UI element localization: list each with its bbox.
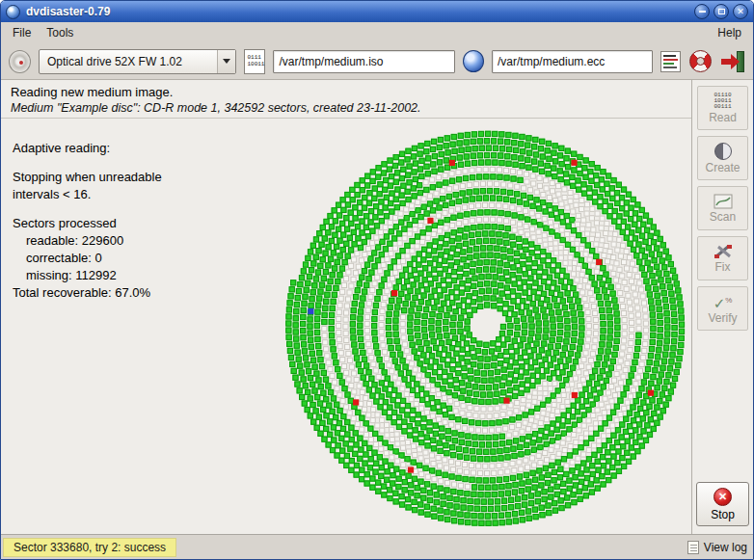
left-column: Reading new medium image. Medium "Exampl…: [1, 80, 692, 534]
toolbar-right-icons: [660, 50, 745, 72]
read-button-label: Read: [709, 111, 737, 124]
titlebar[interactable]: dvdisaster-0.79 ✕: [1, 1, 753, 22]
verify-check-icon: ✓%: [714, 293, 733, 310]
view-log-label: View log: [704, 541, 747, 554]
disc-spiral-visualization: [283, 122, 691, 531]
window-controls: ✕: [694, 4, 748, 19]
create-button[interactable]: Create: [697, 136, 748, 180]
stat-stopping-line1: Stopping when unreadable: [13, 169, 162, 186]
app-icon: [6, 5, 20, 19]
view-log-button[interactable]: View log: [687, 541, 747, 554]
status-line-secondary: Medium "Example disc": CD-R mode 1, 3425…: [11, 100, 682, 116]
stop-x-icon: ✕: [714, 488, 732, 506]
minimize-icon: [699, 11, 706, 13]
close-icon: ✕: [737, 8, 744, 16]
status-message: Sector 333680, try 2: success: [3, 538, 176, 557]
window-title: dvdisaster-0.79: [26, 5, 110, 18]
menubar: File Tools Help: [1, 22, 753, 43]
scan-chart-icon: [714, 194, 733, 209]
status-header: Reading new medium image. Medium "Exampl…: [1, 80, 691, 119]
fix-button[interactable]: Fix: [697, 236, 748, 280]
log-file-icon: [687, 541, 699, 554]
read-binary-icon: 01110 10011 00111: [714, 93, 731, 110]
app-window: dvdisaster-0.79 ✕ File Tools Help Optica…: [0, 0, 754, 560]
quit-icon[interactable]: [720, 51, 745, 72]
iso-path-input[interactable]: [273, 50, 455, 73]
content-row: Reading new medium image. Medium "Exampl…: [1, 80, 753, 534]
menu-file[interactable]: File: [5, 24, 39, 41]
scan-button-label: Scan: [710, 210, 736, 224]
preferences-icon[interactable]: [660, 51, 681, 72]
verify-button-label: Verify: [708, 311, 737, 325]
help-lifebelt-icon[interactable]: [689, 50, 712, 72]
minimize-button[interactable]: [694, 4, 710, 19]
drive-icon: [9, 50, 31, 73]
status-line-primary: Reading new medium image.: [11, 84, 682, 100]
dropdown-arrow[interactable]: [217, 50, 235, 73]
ecc-path-input[interactable]: [492, 50, 653, 73]
stat-missing: missing: 112992: [13, 267, 162, 284]
statusbar: Sector 333680, try 2: success View log: [1, 534, 753, 559]
menu-tools[interactable]: Tools: [39, 24, 81, 41]
maximize-icon: [718, 9, 725, 14]
maximize-button[interactable]: [714, 4, 729, 19]
scan-button[interactable]: Scan: [697, 186, 748, 230]
main-area: Adaptive reading: Stopping when unreadab…: [1, 119, 691, 534]
menu-help[interactable]: Help: [710, 24, 749, 41]
stop-button-label: Stop: [711, 508, 735, 521]
fix-button-label: Fix: [715, 260, 731, 274]
stat-readable: readable: 229600: [13, 232, 162, 250]
reading-stats: Adaptive reading: Stopping when unreadab…: [13, 140, 162, 302]
create-button-label: Create: [705, 161, 740, 174]
stat-correctable: correctable: 0: [13, 250, 162, 267]
action-sidebar: 01110 10011 00111 Read Create Scan: [692, 80, 753, 534]
iso-image-icon: 0111 10011: [244, 49, 265, 74]
stat-adaptive-label: Adaptive reading:: [13, 140, 162, 157]
create-yinyang-icon: [714, 143, 732, 160]
toolbar: Optical drive 52X FW 1.02 0111 10011: [1, 43, 753, 80]
stat-stopping-line2: intervals < 16.: [13, 186, 162, 203]
verify-button[interactable]: ✓% Verify: [697, 286, 748, 331]
drive-select-value: Optical drive 52X FW 1.02: [47, 55, 182, 68]
close-button[interactable]: ✕: [733, 4, 748, 19]
stat-sectors-processed: Sectors processed: [13, 215, 162, 232]
ecc-file-icon: [463, 50, 484, 72]
read-button[interactable]: 01110 10011 00111 Read: [697, 86, 748, 130]
drive-select-dropdown[interactable]: Optical drive 52X FW 1.02: [39, 49, 237, 74]
chevron-down-icon: [223, 59, 230, 64]
stat-total-recoverable: Total recoverable: 67.0%: [13, 284, 162, 302]
stop-button[interactable]: ✕ Stop: [696, 482, 749, 526]
fix-tools-icon: [714, 244, 733, 259]
